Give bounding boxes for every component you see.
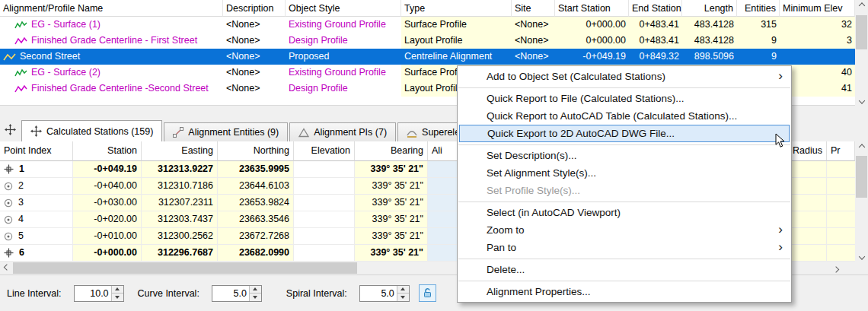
- profile-name: EG - Surface (2): [31, 65, 101, 81]
- col-header-pr[interactable]: Pr: [827, 141, 855, 161]
- col-header-end-station[interactable]: End Station: [629, 0, 682, 17]
- menu-item-set-alignment-styles[interactable]: Set Alignment Style(s)...: [458, 164, 791, 182]
- chevron-right-icon: [832, 266, 838, 272]
- scrollbar-thumb[interactable]: [13, 262, 357, 274]
- intermediate-point-icon: [4, 198, 13, 208]
- cell-site: <None>: [512, 33, 555, 49]
- cell-elevation: [294, 161, 355, 178]
- col-header-bearing[interactable]: Bearing: [355, 141, 428, 161]
- curve-interval-stepper[interactable]: [212, 285, 262, 302]
- cell-object-style: Design Profile: [286, 33, 401, 49]
- col-header-elevation[interactable]: Elevation: [294, 141, 355, 161]
- scroll-up-button[interactable]: [855, 141, 868, 154]
- spin-down-button[interactable]: [112, 294, 123, 301]
- col-header-point-index[interactable]: Point Index: [0, 141, 73, 161]
- curve-interval-input[interactable]: [212, 286, 249, 301]
- cell-start-station: -0+049.19: [555, 49, 629, 65]
- col-header-start-station[interactable]: Start Station: [555, 0, 629, 17]
- cell-station: -0+020.00: [73, 211, 142, 228]
- alignment-row-eg-surface-1[interactable]: EG - Surface (1) <None> Existing Ground …: [0, 17, 855, 33]
- move-icon: [5, 124, 16, 135]
- alignment-row-second-street-selected[interactable]: Second Street <None> Proposed Centreline…: [0, 49, 855, 65]
- col-header-description[interactable]: Description: [223, 0, 286, 17]
- point-index: 2: [18, 178, 24, 194]
- col-header-northing[interactable]: Northing: [218, 141, 294, 161]
- col-header-easting[interactable]: Easting: [142, 141, 218, 161]
- chevron-down-icon: [858, 253, 864, 259]
- spiral-interval-input[interactable]: [360, 286, 397, 301]
- cell-point-index: 2: [0, 178, 73, 195]
- point-index: 4: [18, 211, 24, 227]
- col-header-object-style[interactable]: Object Style: [286, 0, 401, 17]
- intermediate-point-icon: [4, 232, 13, 241]
- spiral-interval-stepper[interactable]: [359, 285, 410, 302]
- lock-intervals-button[interactable]: [419, 284, 436, 302]
- cell-bearing: 339° 35' 21": [355, 211, 428, 228]
- cursor-arrow-icon: [775, 133, 785, 148]
- triangle-pi-icon: [298, 128, 309, 138]
- menu-item-zoom-to[interactable]: Zoom to ›: [458, 221, 791, 239]
- menu-item-quick-report-to-file[interactable]: Quick Report to File (Calculated Station…: [458, 90, 791, 107]
- design-profile-icon: [14, 36, 27, 46]
- scroll-left-button[interactable]: [0, 262, 13, 275]
- spin-up-button[interactable]: [250, 286, 261, 294]
- scrollbar-thumb[interactable]: [856, 156, 867, 198]
- spin-up-button[interactable]: [397, 286, 409, 294]
- scroll-down-button[interactable]: [855, 249, 868, 262]
- col-header-alignment-name[interactable]: Alignment/Profile Name: [0, 0, 223, 17]
- cell-minimum-elev: 32: [780, 17, 855, 33]
- spiral-interval-label: Spiral Interval:: [286, 288, 347, 299]
- cell-object-style: Existing Ground Profile: [286, 17, 401, 33]
- cell-object-style: Existing Ground Profile: [286, 65, 401, 81]
- cell-bearing: 339° 35' 21": [355, 245, 428, 262]
- col-header-minimum-elev[interactable]: Minimum Elev: [780, 0, 855, 17]
- menu-item-quick-export-to-2d-dwg[interactable]: Quick Export to 2D AutoCAD DWG File...: [459, 125, 790, 142]
- cell-type: Surface Profile: [401, 17, 512, 33]
- cell-elevation: [294, 211, 355, 228]
- col-header-entities[interactable]: Entities: [737, 0, 780, 17]
- cell-northing: 23635.9995: [218, 161, 294, 178]
- vertical-scrollbar-stations[interactable]: [855, 141, 868, 262]
- col-header-length[interactable]: Length: [682, 0, 737, 17]
- cell-elevation: [294, 195, 355, 211]
- cell-station: -0+000.00: [73, 245, 142, 262]
- vertical-scrollbar-top-table[interactable]: [855, 0, 868, 106]
- col-header-type[interactable]: Type: [401, 0, 512, 17]
- scroll-down-button[interactable]: [855, 93, 868, 106]
- pan-handle[interactable]: [5, 124, 16, 138]
- scrollbar-thumb[interactable]: [856, 15, 867, 49]
- spin-down-button[interactable]: [397, 294, 409, 301]
- chevron-up-icon: [858, 144, 864, 150]
- tab-label: Superele: [422, 127, 460, 138]
- menu-item-pan-to[interactable]: Pan to ›: [458, 239, 791, 256]
- scroll-up-button[interactable]: [855, 0, 868, 13]
- tab-calculated-stations[interactable]: Calculated Stations (159): [21, 120, 162, 141]
- cell-elevation: [294, 178, 355, 195]
- line-interval-input[interactable]: [75, 286, 111, 301]
- cell-point-index: 4: [0, 211, 73, 228]
- chevron-left-icon: [3, 264, 9, 270]
- cell-start-station: 0+000.00: [555, 17, 629, 33]
- menu-item-add-to-object-set[interactable]: Add to Object Set (Calculated Stations) …: [458, 68, 791, 85]
- submenu-arrow-icon: ›: [778, 68, 783, 84]
- menu-item-quick-report-to-autocad-table[interactable]: Quick Report to AutoCAD Table (Calculate…: [458, 107, 791, 125]
- alignment-row-fg-first-street[interactable]: Finished Grade Centerline - First Street…: [0, 33, 855, 49]
- point-index: 1: [19, 161, 24, 177]
- menu-item-select-in-autocad-viewport[interactable]: Select (in AutoCAD Viewport): [458, 204, 791, 221]
- menu-item-delete[interactable]: Delete...: [458, 261, 791, 278]
- line-interval-stepper[interactable]: [74, 285, 124, 302]
- surface-profile-icon: [14, 68, 27, 78]
- cell-easting: 312300.2562: [142, 228, 218, 245]
- spinner-buttons: [111, 286, 123, 301]
- col-header-station[interactable]: Station: [73, 141, 142, 161]
- tab-alignment-entities[interactable]: Alignment Entities (9): [164, 122, 288, 141]
- col-header-site[interactable]: Site: [512, 0, 555, 17]
- tab-alignment-pis[interactable]: Alignment PIs (7): [289, 122, 396, 141]
- menu-item-label: Quick Export to 2D AutoCAD DWG File...: [487, 128, 675, 139]
- spin-up-button[interactable]: [112, 286, 123, 294]
- menu-item-alignment-properties[interactable]: Alignment Properties...: [458, 283, 791, 300]
- spin-down-button[interactable]: [250, 294, 261, 301]
- intermediate-point-icon: [4, 182, 13, 191]
- scroll-right-button[interactable]: [829, 262, 842, 275]
- menu-item-set-descriptions[interactable]: Set Description(s)...: [458, 147, 791, 164]
